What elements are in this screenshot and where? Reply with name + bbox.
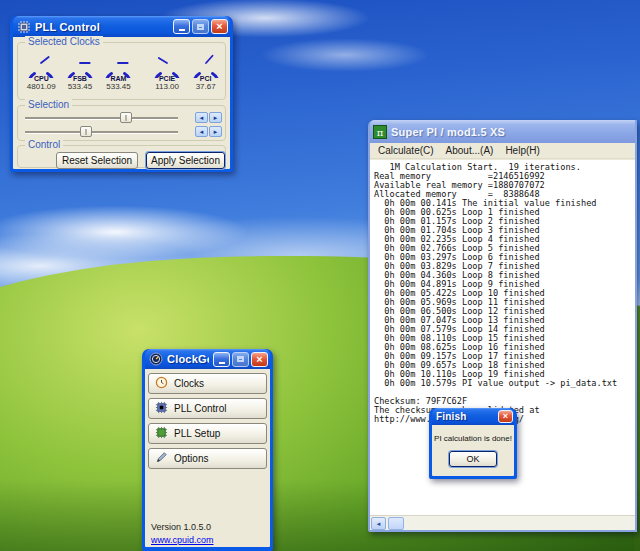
slider-left-arrow-icon[interactable]: ◄ (195, 126, 208, 137)
scroll-left-icon[interactable]: ◄ (371, 517, 386, 530)
gauge-value: 533.45 (106, 82, 130, 91)
slider-row-1: ◄ ► (23, 112, 222, 124)
superpi-pi-icon: π (373, 125, 387, 139)
minimize-button[interactable] (213, 352, 230, 367)
selection-group: Selection ◄ ► ◄ ► (17, 105, 226, 141)
selected-clocks-group: Selected Clocks CPU 4801.09 FSB 533.45 R… (17, 42, 226, 100)
clockgen-window: ClockGen × Clocks PLL Control PLL Setup … (142, 349, 273, 551)
gauge-label: RAM (111, 75, 127, 82)
clockgen-button-clocks[interactable]: Clocks (148, 373, 267, 394)
minimize-button[interactable] (173, 19, 190, 34)
slider-left-arrow-icon[interactable]: ◄ (195, 112, 208, 123)
gauge-label: CPU (34, 75, 49, 82)
finish-message: PI calculation is done! (432, 434, 514, 443)
pencil-icon (155, 451, 168, 466)
console-log-line: 0h 00m 10.579s PI value output -> pi_dat… (374, 379, 635, 388)
svg-text:π: π (377, 127, 384, 138)
finish-titlebar[interactable]: Finish × (432, 408, 514, 425)
gauge-value: 533.45 (68, 82, 92, 91)
apply-selection-button[interactable]: Apply Selection (146, 152, 225, 169)
superpi-menubar: Calculate(C) About...(A) Help(H) (370, 143, 635, 159)
clockgen-titlebar[interactable]: ClockGen × (145, 349, 270, 369)
clockgen-button-pll-setup[interactable]: PLL Setup (148, 423, 267, 444)
clock-gauge: FSB 533.45 (61, 48, 100, 91)
gauge-value: 113.00 (155, 82, 179, 91)
gauge-needle (41, 57, 49, 63)
selected-clocks-label: Selected Clocks (25, 36, 103, 48)
pll-chip-icon (17, 20, 31, 34)
slider-track (25, 117, 178, 119)
gauge-value: 37.67 (196, 82, 216, 91)
gauge-needle (206, 56, 213, 63)
pll-window-title: PLL Control (35, 21, 169, 33)
superpi-titlebar[interactable]: π Super PI / mod1.5 XS (370, 120, 635, 143)
pll-titlebar[interactable]: PLL Control × (13, 16, 230, 37)
close-icon[interactable]: × (211, 19, 228, 34)
menu-abouta[interactable]: About...(A) (440, 145, 500, 156)
gauge-label: FSB (73, 75, 87, 82)
ok-button[interactable]: OK (449, 451, 497, 467)
reset-selection-button[interactable]: Reset Selection (56, 152, 138, 169)
clock-gauge: RAM 533.45 (99, 48, 138, 91)
chip-blue-icon (155, 401, 168, 416)
superpi-window-title: Super PI / mod1.5 XS (391, 126, 633, 138)
slider-right-arrow-icon[interactable]: ► (209, 126, 222, 137)
slider-track (25, 131, 178, 133)
slider-thumb[interactable] (80, 126, 92, 137)
clockgen-gauge-icon (149, 352, 163, 366)
slider-right-arrow-icon[interactable]: ► (209, 112, 222, 123)
pll-control-window: PLL Control × Selected Clocks CPU 4801.0… (10, 16, 233, 172)
clock-icon (155, 376, 168, 391)
desktop: PLL Control × Selected Clocks CPU 4801.0… (0, 0, 640, 551)
chip-green-icon (155, 426, 168, 441)
clock-gauge: CPU 4801.09 (22, 48, 61, 91)
gauge-needle (159, 58, 167, 63)
close-icon[interactable]: × (498, 410, 513, 423)
clock-gauge: PCI 37.67 (186, 48, 225, 91)
gauge-label: PCIE (159, 75, 175, 82)
clockgen-window-title: ClockGen (167, 353, 209, 365)
gauge-label: PCI (200, 75, 212, 82)
version-label: Version 1.0.5.0 (151, 522, 211, 532)
scrollbar-thumb[interactable] (388, 517, 404, 530)
slider-row-2: ◄ ► (23, 126, 222, 138)
horizontal-scrollbar[interactable]: ◄ (370, 515, 635, 530)
gauge-value: 4801.09 (27, 82, 56, 91)
maximize-button[interactable] (232, 352, 249, 367)
close-icon[interactable]: × (251, 352, 268, 367)
clockgen-button-pll-control[interactable]: PLL Control (148, 398, 267, 419)
menu-calculatec[interactable]: Calculate(C) (372, 145, 440, 156)
finish-dialog: Finish × PI calculation is done! OK (429, 408, 517, 479)
gauges-row: CPU 4801.09 FSB 533.45 RAM 533.45 PCIE 1… (18, 48, 225, 91)
control-label: Control (25, 139, 63, 151)
selection-label: Selection (25, 99, 72, 111)
clockgen-button-options[interactable]: Options (148, 448, 267, 469)
maximize-button[interactable] (192, 19, 209, 34)
menu-helph[interactable]: Help(H) (499, 145, 545, 156)
clock-gauge: PCIE 113.00 (148, 48, 187, 91)
finish-dialog-title: Finish (436, 411, 494, 422)
control-group: Control Reset Selection Apply Selection (17, 145, 226, 168)
slider-thumb[interactable] (120, 112, 132, 123)
cpuid-link[interactable]: www.cpuid.com (151, 535, 214, 545)
